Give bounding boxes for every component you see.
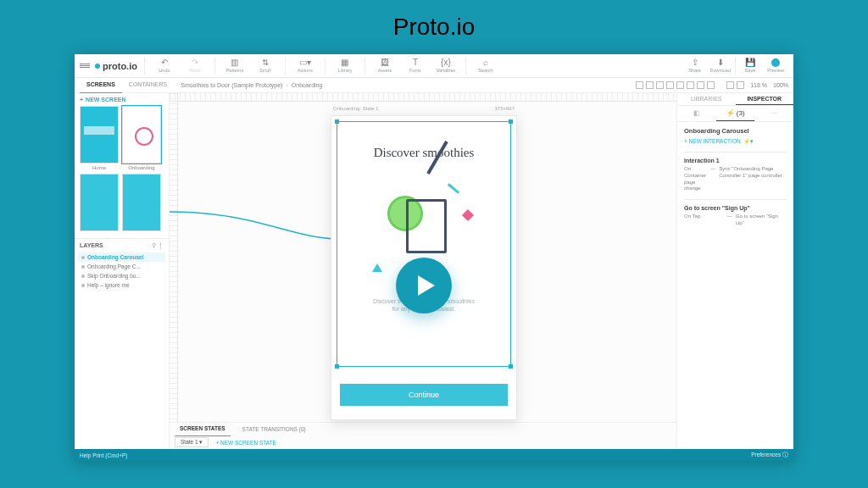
ruler-vertical — [170, 93, 178, 422]
undo-button[interactable]: ↶Undo — [152, 58, 177, 73]
patterns-button[interactable]: ▥Patterns — [222, 58, 248, 73]
inspector-tab-more[interactable]: ⋯ — [754, 106, 793, 121]
preview-button[interactable]: Preview — [763, 58, 788, 73]
share-button[interactable]: ⇪Share — [682, 58, 708, 73]
screen-thumb-home[interactable]: Home — [80, 106, 119, 170]
play-icon — [771, 58, 780, 67]
play-overlay-button[interactable] — [396, 258, 452, 313]
align-bottom-icon[interactable] — [687, 81, 694, 89]
resize-handle[interactable] — [335, 119, 339, 124]
tab-inspector[interactable]: INSPECTOR — [736, 93, 794, 105]
save-button[interactable]: 💾Save — [737, 58, 763, 73]
app-window: proto.io ↶Undo ↷Redo ▥Patterns ⇅Scroll ▭… — [75, 54, 793, 461]
layers-filter-icon[interactable]: ⚲ ⋮ — [152, 242, 164, 249]
continue-button[interactable]: Continue — [340, 384, 508, 406]
stage-dimensions: 375×667 — [494, 106, 515, 111]
align-center-icon[interactable] — [646, 81, 654, 89]
actions-button[interactable]: ▭▾Actions — [292, 58, 318, 73]
layer-item[interactable]: Skip Onboarding bu... — [78, 271, 165, 280]
inspector-tab-interactions[interactable]: ⚡ (3) — [716, 106, 755, 121]
hero-title: Discover smoothies — [337, 146, 510, 160]
stage-state-label: Onboarding: State 1 — [333, 106, 379, 111]
fonts-button[interactable]: TFonts — [403, 58, 428, 73]
device-frame[interactable]: Onboarding: State 1 375×667 Discover smo… — [331, 115, 517, 420]
new-screen-state-button[interactable]: + NEW SCREEN STATE — [215, 440, 275, 446]
scroll-button[interactable]: ⇅Scroll — [253, 58, 278, 73]
selection-outline[interactable]: Discover smoothies Discover thousands of… — [337, 121, 511, 367]
tab-containers[interactable]: CONTAINERS — [122, 77, 174, 93]
breadcrumb-bar: SCREENS CONTAINERS Smoothies to Door (Sa… — [75, 78, 793, 93]
selected-element-title: Onboarding Carousel — [684, 127, 787, 135]
tab-libraries[interactable]: LIBRARIES — [677, 93, 736, 105]
layer-item[interactable]: Onboarding Carousel — [78, 252, 165, 262]
layer-item[interactable]: Help – ignore me — [78, 280, 165, 290]
library-button[interactable]: ▦Library — [332, 58, 358, 73]
status-right[interactable]: Preferences ⓘ — [751, 452, 788, 459]
align-left-icon[interactable] — [636, 81, 643, 89]
top-toolbar: proto.io ↶Undo ↷Redo ▥Patterns ⇅Scroll ▭… — [75, 54, 793, 78]
assets-button[interactable]: 🖼Assets — [372, 58, 398, 73]
alignment-tools: 118 % 100% — [636, 81, 788, 89]
page-title: Proto.io — [0, 14, 868, 41]
tab-screen-states[interactable]: SCREEN STATES — [175, 422, 231, 436]
variables-button[interactable]: {x}Variables — [433, 58, 459, 73]
canvas[interactable]: Onboarding: State 1 375×667 Discover smo… — [170, 93, 676, 449]
new-interaction-button[interactable]: + NEW INTERACTION ⚡▾ — [684, 138, 787, 145]
resize-handle[interactable] — [509, 119, 513, 124]
menu-icon[interactable] — [80, 64, 90, 68]
align-right-icon[interactable] — [656, 81, 664, 89]
screens-list: Home Onboarding — [75, 106, 169, 233]
interaction-card[interactable]: Interaction 1 On Container page change—S… — [684, 152, 787, 192]
inspector-tab-properties[interactable]: ◧ — [677, 106, 716, 121]
grid-icon[interactable] — [737, 81, 744, 89]
layers-panel: LAYERS⚲ ⋮ Onboarding Carousel Onboarding… — [75, 238, 169, 449]
status-bar: Help Print (Cmd+P) Preferences ⓘ — [75, 449, 793, 461]
redo-button[interactable]: ↷Redo — [182, 58, 208, 73]
screen-thumb-3[interactable] — [80, 174, 119, 233]
distribute-h-icon[interactable] — [697, 81, 704, 89]
breadcrumb: Smoothies to Door (Sample Prototype)›Onb… — [181, 82, 322, 88]
state-dropdown[interactable]: State 1 ▾ — [175, 437, 209, 447]
resize-handle[interactable] — [509, 364, 513, 369]
tab-screens[interactable]: SCREENS — [80, 77, 122, 93]
layer-item[interactable]: Onboarding Page C... — [78, 262, 165, 271]
tab-state-transitions[interactable]: STATE TRANSITIONS (0) — [237, 423, 311, 436]
left-panel: + NEW SCREEN Home Onboarding LAYERS⚲ ⋮ O… — [75, 93, 170, 449]
distribute-v-icon[interactable] — [707, 81, 715, 89]
search-button[interactable]: ⌕Search — [473, 58, 498, 73]
new-screen-button[interactable]: + NEW SCREEN — [75, 93, 169, 106]
ruler-horizontal — [170, 93, 676, 102]
download-button[interactable]: ⬇Download — [708, 58, 733, 73]
resize-handle[interactable] — [335, 364, 339, 369]
screen-thumb-onboarding[interactable]: Onboarding — [122, 106, 161, 170]
screen-states-bar: SCREEN STATES STATE TRANSITIONS (0) — [170, 422, 676, 435]
align-middle-icon[interactable] — [676, 81, 684, 89]
layers-title: LAYERS — [80, 242, 103, 249]
interaction-card[interactable]: Go to screen "Sign Up" On Tap—Go to scre… — [684, 199, 787, 227]
right-panel: LIBRARIES INSPECTOR ◧ ⚡ (3) ⋯ Onboarding… — [676, 93, 793, 449]
status-left[interactable]: Help Print (Cmd+P) — [80, 452, 128, 458]
align-top-icon[interactable] — [666, 81, 674, 89]
screen-thumb-4[interactable] — [122, 174, 161, 233]
ruler-icon[interactable] — [726, 81, 734, 89]
zoom-reset[interactable]: 100% — [773, 82, 788, 88]
app-logo: proto.io — [95, 61, 137, 71]
